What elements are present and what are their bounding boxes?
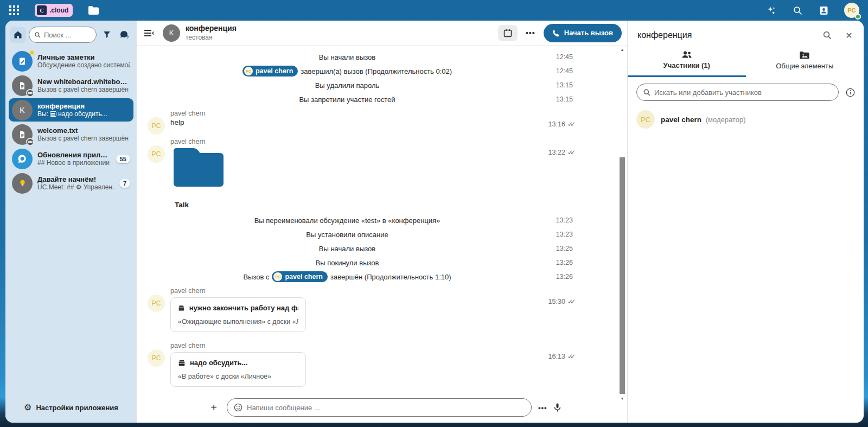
contacts-icon[interactable]: [818, 5, 829, 16]
participant-row[interactable]: PC pavel chern (модератор): [628, 106, 864, 132]
participants-search[interactable]: [636, 84, 839, 101]
new-conversation-button[interactable]: [117, 27, 132, 42]
info-icon[interactable]: [844, 86, 856, 98]
conversation-preview: Вызов с pavel chern завершён (...: [37, 86, 130, 93]
files-folder-icon[interactable]: [88, 5, 99, 16]
message-input[interactable]: [247, 404, 525, 412]
shared-media-icon: [800, 51, 809, 59]
letter-avatar: K: [12, 100, 33, 120]
gear-icon: ⚙: [24, 403, 31, 412]
panel-search-icon[interactable]: [821, 29, 833, 41]
sidebar-search[interactable]: [29, 27, 97, 43]
conversation-list: ★ Личные заметки Обсуждение создано сист…: [5, 48, 137, 394]
sidebar-search-input[interactable]: [44, 31, 91, 39]
app-settings-label: Настройки приложения: [36, 404, 118, 412]
conversation-preview: надо обсудить...: [58, 110, 107, 118]
deck-card-widget[interactable]: надо обсудить... «В работе» с доски «Лич…: [170, 352, 306, 387]
file-avatar-icon: [12, 124, 33, 145]
talk-updates-avatar-icon: [12, 149, 33, 169]
conversation-lets-start[interactable]: Давайте начнём! UC.Meet: ## ⚙ Управлен..…: [9, 171, 133, 195]
file-avatar-icon: [12, 75, 33, 96]
message-time: 13:15: [524, 81, 573, 89]
user-mention-pill[interactable]: PCpavel chern: [272, 271, 327, 282]
conversations-sidebar: ★ Личные заметки Обсуждение создано сист…: [5, 21, 137, 423]
conversation-whiteboard[interactable]: New whiteboard.whiteboard Вызов с pavel …: [9, 74, 133, 97]
chat-avatar: K: [163, 24, 180, 42]
message-input-wrapper[interactable]: [227, 398, 532, 417]
attach-plus-button[interactable]: +: [207, 402, 220, 413]
scrollbar-thumb[interactable]: [620, 157, 625, 394]
message-list: Вы начали вызов 12:45 PCpavel chern заве…: [137, 46, 627, 398]
scroll-up-arrow[interactable]: ▲: [619, 48, 626, 52]
app-window: ★ Личные заметки Обсуждение создано сист…: [5, 21, 864, 423]
card-subtitle: «В работе» с доски «Личное»: [178, 373, 298, 380]
deck-card-widget[interactable]: нужно закончить работу над файл «Ожидающ…: [170, 297, 306, 332]
emoji-icon[interactable]: [234, 403, 242, 412]
message-text: help: [170, 118, 524, 126]
microphone-icon[interactable]: [554, 403, 561, 412]
apps-grid-icon[interactable]: [9, 5, 20, 16]
collapse-sidebar-icon[interactable]: [141, 25, 157, 41]
tab-shared-items[interactable]: Общие элементы: [746, 48, 864, 77]
cloud-logo[interactable]: C .cloud: [35, 4, 73, 17]
read-checks-icon: ✓✓: [567, 149, 573, 156]
calendar-button[interactable]: [498, 25, 518, 41]
card-title: надо обсудить...: [190, 359, 247, 367]
panel-tabs: Участники (1) Общие элементы: [628, 48, 864, 77]
conversation-preview: Обсуждение создано системой...: [37, 61, 130, 69]
conversation-details-panel: конференция ✕ Участники (1) Общие элемен…: [627, 21, 864, 423]
system-message: Вы начали вызов 12:45: [142, 50, 573, 64]
avatar[interactable]: PC: [148, 295, 165, 312]
message-time: 16:13✓✓: [524, 339, 573, 360]
deck-icon: [178, 359, 186, 367]
avatar[interactable]: PC: [148, 349, 165, 367]
avatar-letter: K: [20, 106, 24, 114]
app-settings-button[interactable]: ⚙ Настройки приложения: [5, 394, 137, 423]
participant-avatar: PC: [636, 110, 655, 129]
conversation-welcome-txt[interactable]: welcome.txt Вызов с pavel chern завершён…: [9, 123, 133, 146]
message-time: 13:15: [524, 95, 573, 103]
unified-search-icon[interactable]: [792, 5, 803, 16]
online-status-dot: [855, 14, 861, 20]
conversation-personal-notes[interactable]: ★ Личные заметки Обсуждение создано сист…: [9, 49, 133, 73]
conversation-app-updates[interactable]: Обновления приложени... ## Новое в прило…: [9, 147, 133, 170]
avatar[interactable]: PC: [148, 145, 165, 163]
close-panel-icon[interactable]: ✕: [843, 29, 855, 41]
message-author: pavel chern: [170, 110, 524, 117]
shared-folder-attachment[interactable]: Talk: [174, 153, 524, 209]
tab-label: Участники (1): [663, 61, 710, 69]
assistant-sparkles-icon[interactable]: [766, 5, 777, 16]
conversation-title: Обновления приложени...: [37, 151, 111, 159]
message-input-bar: + •••: [137, 398, 627, 423]
link-icon: [26, 89, 34, 97]
logo-text: .cloud: [49, 7, 68, 14]
home-button[interactable]: [10, 27, 26, 43]
user-mention-pill[interactable]: PCpavel chern: [242, 66, 298, 77]
conversation-title: конференция: [37, 102, 130, 110]
user-avatar[interactable]: PC: [844, 3, 859, 18]
system-message: Вы удалили пароль 13:15: [142, 78, 573, 92]
panel-title: конференция: [637, 30, 692, 40]
participants-search-input[interactable]: [654, 88, 832, 97]
folder-icon: [174, 153, 224, 187]
message-author: pavel chern: [170, 342, 524, 349]
start-call-button[interactable]: Начать вызов: [544, 24, 622, 42]
chat-message: PC pavel chern help 13:16✓✓: [142, 106, 573, 135]
tab-participants[interactable]: Участники (1): [628, 48, 746, 77]
participant-name: pavel chern: [661, 116, 701, 124]
filter-button[interactable]: [99, 27, 114, 42]
message-time: 13:23: [524, 231, 573, 238]
more-options-button[interactable]: •••: [538, 404, 547, 412]
avatar[interactable]: PC: [148, 117, 165, 135]
system-message: Вы начали вызов 13:25: [142, 241, 573, 256]
top-bar: C .cloud PC: [0, 0, 868, 21]
folder-name: Talk: [175, 201, 524, 209]
system-message: Вы покинули вызов 13:26: [142, 256, 573, 270]
chat-scrollbar[interactable]: ▲ ▼: [619, 48, 626, 401]
conversation-menu-button[interactable]: •••: [523, 26, 538, 41]
conversation-preview: ## Новое в приложении ...: [37, 159, 111, 167]
conversation-konferenciya[interactable]: K конференция Вы: надо обсудить...: [9, 98, 133, 122]
chat-title: конференция: [186, 24, 237, 34]
scroll-down-arrow[interactable]: ▼: [619, 397, 626, 401]
system-message: Вы установили описание 13:23: [142, 227, 573, 241]
